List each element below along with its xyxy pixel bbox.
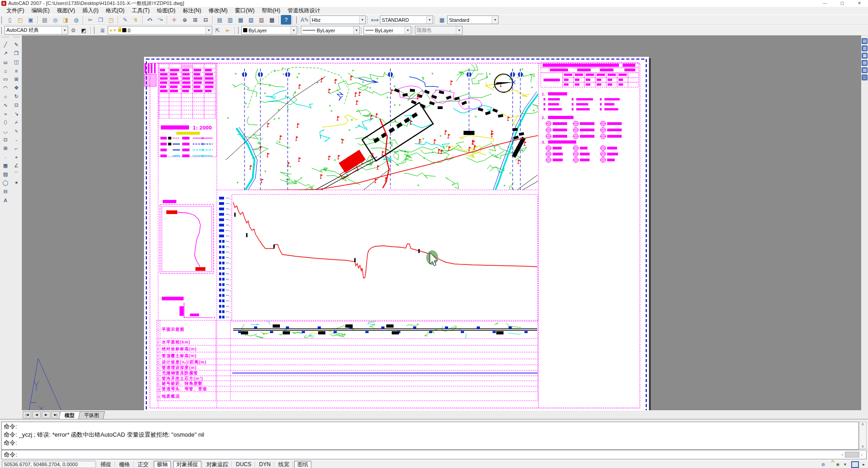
array-button[interactable]: ⊞ [12,75,21,84]
menu-item-1[interactable]: 文件(F) [3,7,28,15]
toolbar-grip[interactable] [1,27,4,34]
help-button[interactable]: ? [281,15,291,25]
tab-平纵图[interactable]: 平纵图 [78,411,105,419]
docked-toolbar-icon-5[interactable]: ▨ [862,67,868,73]
text-style-combo[interactable]: Hbz ▼ [310,15,366,24]
docked-toolbar-icon-3[interactable]: ▦ [862,53,868,59]
toggle-DYN[interactable]: DYN [256,461,273,468]
scroll-left-icon[interactable]: ‹ [840,451,845,459]
mirror-button[interactable]: ◫ [12,58,21,66]
tab-nav-next-button[interactable]: ▶ [42,411,50,418]
menu-item-4[interactable]: 插入(I) [79,7,102,15]
redo-button[interactable]: ↷▾ [155,15,165,25]
command-hscrollbar[interactable]: ‹ › [840,450,864,459]
toggle-极轴[interactable]: 极轴 [154,461,171,468]
arc-button[interactable]: ◠ [1,84,10,92]
chevron-down-icon[interactable]: ▼ [359,16,365,24]
chevron-down-icon[interactable]: ▼ [290,26,297,34]
tool-palettes-button[interactable]: ▦ [235,15,246,25]
polyline-button[interactable]: ω [1,58,10,66]
dim-style-manager-icon[interactable]: ⟺ [369,15,380,25]
layer-on-bulb-icon[interactable]: ● [110,28,112,33]
polygon-button[interactable]: ⌂ [1,66,10,75]
menu-item-12[interactable]: 管道线路设计 [284,7,324,15]
tab-模型[interactable]: 模型 [59,411,80,419]
designcenter-button[interactable]: ▥ [225,15,235,25]
trim-button[interactable]: ⌿ [12,118,21,127]
toolbar-grip[interactable] [238,27,240,34]
lineweight-combo[interactable]: ByLayer ▼ [364,26,411,35]
pan-button[interactable]: ✛ [169,15,180,25]
plot-button[interactable]: ▤ [40,15,50,25]
draw-toolbar-grip[interactable] [2,36,9,40]
menu-item-9[interactable]: 修改(M) [205,7,231,15]
move-button[interactable]: ✥ [12,84,21,92]
menu-item-7[interactable]: 绘图(D) [153,7,179,15]
toolbar-grip[interactable] [296,16,299,24]
new-button[interactable]: ▯ [5,15,15,25]
chevron-down-icon[interactable]: ▼ [426,16,433,24]
dim-style-combo[interactable]: STANDARD ▼ [380,15,433,24]
match-properties-button[interactable]: ✎ [120,15,130,25]
toggle-对象捕捉[interactable]: 对象捕捉 [173,461,201,468]
scale-button[interactable]: ⊡ [12,101,21,110]
spline-button[interactable]: ≈ [1,110,10,118]
line-button[interactable]: ╱ [1,40,10,49]
command-history[interactable]: 命令:命令: _yczj ; 错误: *error* 函数中出错AutoCAD … [1,422,859,450]
drawing-canvas[interactable]: 1: 20001.2.3.1平面示意图2水平里程(km)3绝对坐标标高(m)4管… [22,35,861,419]
title-bar[interactable]: A AutoCAD 2007 - [C:\Users\1735\Desktop\… [0,0,868,7]
docked-toolbar-icon-6[interactable]: ◫ [862,75,868,80]
break-at-point-button[interactable]: - [12,135,21,144]
publish-button[interactable]: ◨ [60,15,71,25]
insert-block-button[interactable]: ⊡ [1,135,10,144]
layer-properties-manager-icon[interactable]: ≣ [97,25,108,35]
menu-item-8[interactable]: 标注(N) [179,7,205,15]
table-button[interactable]: ⊟ [1,187,10,196]
copy-clip-button[interactable]: ❐ [95,15,106,25]
chamfer-button[interactable]: ∠ [12,161,21,170]
layer-previous-icon[interactable]: ⇤ [223,25,233,35]
toggle-对象追踪[interactable]: 对象追踪 [204,461,231,468]
point-button[interactable]: · [1,153,10,161]
toolbar-grip[interactable] [94,27,96,34]
multiline-text-button[interactable]: A [1,196,10,204]
minimize-button[interactable]: — [816,0,833,7]
rectangle-button[interactable]: ▭ [1,75,10,84]
revision-cloud-button[interactable]: ∿ [1,101,10,110]
scroll-up-icon[interactable]: ∧ [862,422,864,426]
table-style-combo[interactable]: Standard ▼ [447,15,499,24]
zoom-previous-button[interactable]: ⊟ [200,15,211,25]
docked-toolbar-icon-1[interactable]: ▤ [862,38,868,44]
chevron-down-icon[interactable]: ▾ [151,18,152,21]
quickcalc-button[interactable]: ▩ [267,15,277,25]
scroll-down-icon[interactable]: ∨ [862,444,864,448]
layer-lock-icon[interactable] [118,29,121,32]
toggle-栅格[interactable]: 栅格 [116,461,133,468]
rotate-button[interactable]: ↻ [12,92,21,101]
communication-center-icon[interactable]: ◍ [820,462,826,468]
scroll-right-icon[interactable]: › [859,451,864,459]
toggle-线宽[interactable]: 线宽 [275,461,292,468]
maximize-button[interactable]: ▢ [833,0,851,7]
break-button[interactable]: ⌐ [12,144,21,153]
region-button[interactable]: ◯ [1,179,10,187]
chevron-down-icon[interactable]: ▼ [353,26,359,34]
erase-button[interactable]: ✎ [12,40,21,49]
cad-drawing[interactable]: 1: 20001.2.3.1平面示意图2水平里程(km)3绝对坐标标高(m)4管… [22,35,861,419]
paste-button[interactable]: ◳ [106,15,116,25]
hatch-button[interactable]: ▦ [1,161,10,170]
text-style-manager-icon[interactable]: A✎ [299,15,310,25]
circle-button[interactable]: ○ [1,92,10,101]
block-editor-button[interactable]: ↯ [130,15,141,25]
docked-toolbar-icon-2[interactable]: ▥ [862,45,868,51]
extend-button[interactable]: ⍀ [12,127,21,135]
ellipse-arc-button[interactable]: ◡ [1,127,10,135]
undo-button[interactable]: ↶▾ [145,15,155,25]
chevron-down-icon[interactable]: ▼ [205,26,212,34]
toggle-图纸[interactable]: 图纸 [294,461,311,468]
toggle-正交[interactable]: 正交 [135,461,151,468]
markup-button[interactable]: ▨ [256,15,267,25]
menu-item-11[interactable]: 帮助(H) [258,7,284,15]
clean-screen-icon[interactable] [851,461,859,468]
command-scrollbar[interactable]: ∧∨ [859,422,867,449]
